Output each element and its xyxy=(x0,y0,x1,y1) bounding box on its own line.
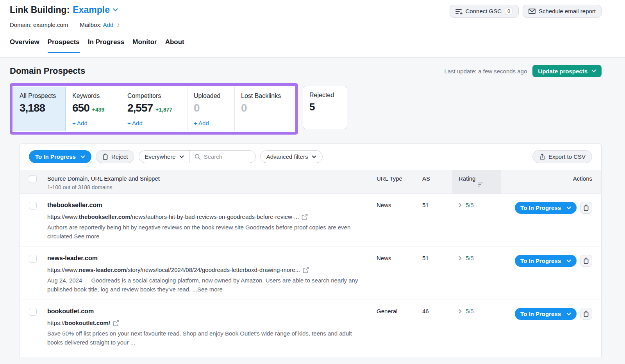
advanced-filters-label: Advanced filters xyxy=(266,153,308,160)
column-as[interactable]: AS xyxy=(422,170,452,194)
info-icon[interactable]: i xyxy=(117,22,118,28)
stat-label: Rejected xyxy=(309,92,341,99)
schedule-email-button[interactable]: Schedule email report xyxy=(523,5,602,18)
chevron-down-icon[interactable] xyxy=(113,8,118,12)
project-name[interactable]: Example xyxy=(73,5,110,15)
row-count-text: 1-100 out of 3188 domains xyxy=(47,184,377,190)
delete-row-button[interactable] xyxy=(580,308,592,320)
tab-in-progress[interactable]: In Progress xyxy=(88,38,125,53)
update-prospects-button[interactable]: Update prospects xyxy=(532,65,602,77)
stat-value: 2,557 xyxy=(127,102,153,114)
search-input[interactable] xyxy=(204,153,247,160)
rating-value: 5/5 xyxy=(466,308,474,314)
section-heading: Domain Prospects xyxy=(10,66,85,76)
connect-gsc-button[interactable]: Connect GSC 0 xyxy=(450,5,519,18)
reject-button[interactable]: Reject xyxy=(96,150,135,163)
chevron-right-icon[interactable] xyxy=(459,256,462,261)
chevron-right-icon[interactable] xyxy=(459,203,462,208)
search-scope-label: Everywhere xyxy=(145,153,175,160)
export-csv-label: Export to CSV xyxy=(548,153,586,160)
url-text: https://www.thebookseller.com/news/autho… xyxy=(47,213,299,220)
stat-label: Uploaded xyxy=(194,92,228,99)
as-value: 51 xyxy=(422,247,452,300)
table-row: news-leader.com https://www.news-leader.… xyxy=(20,247,601,300)
row-checkbox[interactable] xyxy=(29,255,37,263)
stat-card-rejected[interactable]: Rejected 5 xyxy=(303,86,347,129)
stat-card-competitors[interactable]: Competitors 2,557 +1,877 + Add xyxy=(121,87,188,131)
chevron-down-icon xyxy=(179,155,184,158)
rating-value: 5/5 xyxy=(466,255,474,261)
search-icon xyxy=(195,154,201,160)
to-in-progress-row-button[interactable]: To In Progress xyxy=(515,255,577,267)
title-label: Link Building: xyxy=(10,5,70,15)
chevron-down-icon xyxy=(566,313,571,316)
tab-monitor[interactable]: Monitor xyxy=(132,38,157,53)
external-link-icon[interactable] xyxy=(303,267,309,273)
delete-row-button[interactable] xyxy=(580,255,592,267)
chevron-right-icon[interactable] xyxy=(459,309,462,314)
to-in-progress-label: To In Progress xyxy=(35,153,76,160)
snippet-text: Aug 24, 2024 — Goodreads is a social cat… xyxy=(47,276,360,294)
tab-overview[interactable]: Overview xyxy=(10,38,39,53)
url-type-value: General xyxy=(377,300,422,353)
url-type-value: News xyxy=(377,247,422,300)
external-link-icon[interactable] xyxy=(113,320,119,326)
url-type-value: News xyxy=(377,194,422,247)
column-url-type[interactable]: URL Type xyxy=(377,170,422,194)
advanced-filters-button[interactable]: Advanced filters xyxy=(260,150,323,163)
source-domain[interactable]: bookoutlet.com xyxy=(47,308,377,315)
rating-cell: 5/5 xyxy=(452,194,501,247)
column-rating[interactable]: Rating xyxy=(452,170,501,194)
source-domain[interactable]: thebookseller.com xyxy=(47,202,377,209)
sort-desc-icon xyxy=(478,183,483,187)
external-link-icon[interactable] xyxy=(302,214,308,220)
row-checkbox[interactable] xyxy=(29,202,37,210)
stat-label: Competitors xyxy=(127,92,181,99)
url-text: https://bookoutlet.com/ xyxy=(47,320,110,326)
stat-delta: +1,877 xyxy=(155,107,172,113)
app-header: Link Building: Example Connect GSC 0 Sch… xyxy=(0,0,625,58)
stat-value: 650 xyxy=(72,102,89,114)
row-checkbox[interactable] xyxy=(29,308,37,316)
table-toolbar: To In Progress Reject Everywhere xyxy=(20,144,601,170)
page-title: Link Building: Example xyxy=(10,5,118,15)
chevron-down-icon xyxy=(591,69,596,73)
stat-card-uploaded[interactable]: Uploaded 0 + Add xyxy=(188,87,235,131)
url-text: https://www.news-leader.com/story/news/l… xyxy=(47,266,300,273)
last-update-text: Last update: a few seconds ago xyxy=(444,68,527,75)
tab-about[interactable]: About xyxy=(165,38,184,53)
table-header: Source Domain, URL Example and Snippet 1… xyxy=(20,170,601,194)
export-csv-button[interactable]: Export to CSV xyxy=(532,150,592,163)
stat-value: 0 xyxy=(194,102,200,114)
search-scope-dropdown[interactable]: Everywhere xyxy=(139,151,189,163)
stat-value: 3,188 xyxy=(20,102,45,114)
list-plus-icon xyxy=(455,8,462,14)
mailbox-label: Mailbox: xyxy=(80,21,102,28)
source-domain[interactable]: news-leader.com xyxy=(47,255,377,262)
prospects-panel: To In Progress Reject Everywhere xyxy=(20,143,602,357)
to-in-progress-bulk-button[interactable]: To In Progress xyxy=(29,150,91,163)
stat-card-keywords[interactable]: Keywords 650 +439 + Add xyxy=(66,87,121,131)
select-all-checkbox[interactable] xyxy=(29,175,37,183)
to-in-progress-row-button[interactable]: To In Progress xyxy=(515,308,577,320)
stat-card-lost-backlinks[interactable]: Lost Backlinks 0 xyxy=(235,87,295,131)
reject-label: Reject xyxy=(111,153,128,160)
mailbox-add-link[interactable]: Add xyxy=(103,21,113,28)
add-competitors-link[interactable]: + Add xyxy=(127,120,181,126)
trash-icon xyxy=(583,204,589,211)
add-uploaded-link[interactable]: + Add xyxy=(194,120,228,126)
to-in-progress-row-button[interactable]: To In Progress xyxy=(515,202,577,214)
add-keywords-link[interactable]: + Add xyxy=(72,120,114,126)
prospect-sources-highlight: All Prospects 3,188 Keywords 650 +439 + … xyxy=(10,83,298,135)
stat-label: Lost Backlinks xyxy=(241,92,288,99)
rating-value: 5/5 xyxy=(466,202,474,208)
domain-info: Domain: example.com xyxy=(10,21,68,28)
chevron-down-icon xyxy=(80,155,85,158)
delete-row-button[interactable] xyxy=(580,202,592,214)
column-actions: Actions xyxy=(501,170,601,194)
url-example: https://www.news-leader.com/story/news/l… xyxy=(47,266,377,273)
tab-prospects[interactable]: Prospects xyxy=(48,38,80,53)
chevron-down-icon xyxy=(566,259,571,263)
stat-card-all-prospects[interactable]: All Prospects 3,188 xyxy=(13,87,66,131)
stat-label: All Prospects xyxy=(20,92,59,99)
